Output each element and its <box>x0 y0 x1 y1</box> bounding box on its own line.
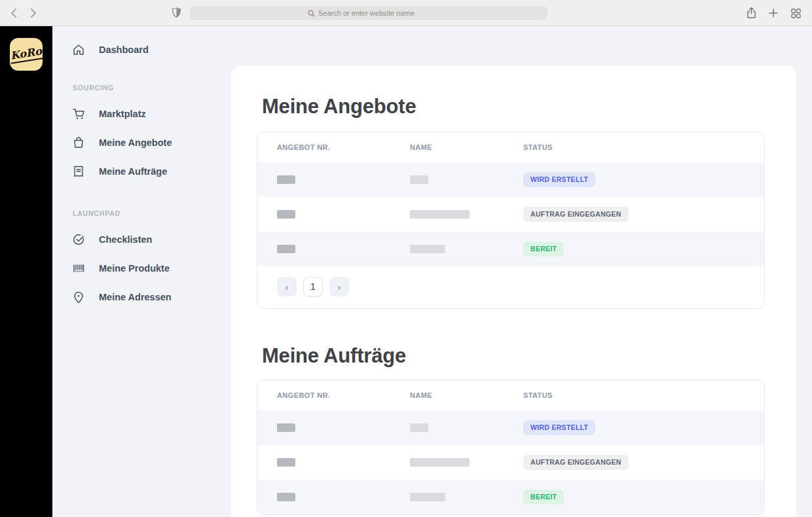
sidebar-section-sourcing: SOURCING <box>73 84 231 92</box>
placeholder-bar <box>410 245 445 253</box>
section-title-meine-auftraege: Meine Aufträge <box>262 344 765 368</box>
column-header-status: STATUS <box>523 143 764 151</box>
plus-icon <box>769 9 778 18</box>
new-tab-button[interactable] <box>767 7 779 19</box>
placeholder-bar <box>410 493 445 501</box>
chevron-right-icon: › <box>338 281 341 293</box>
chevron-left-icon: ‹ <box>286 281 289 293</box>
cart-icon <box>72 108 85 120</box>
share-icon <box>747 7 756 19</box>
section-title-meine-angebote: Meine Angebote <box>262 94 765 119</box>
browser-toolbar <box>0 0 812 26</box>
pagination: ‹ 1 › <box>257 266 764 308</box>
status-badge: WIRD ERSTELLT <box>523 172 595 187</box>
table-row[interactable]: BEREIT <box>257 480 764 514</box>
share-button[interactable] <box>745 7 757 19</box>
sidebar-item-label: Meine Produkte <box>99 263 170 274</box>
browser-window: KoRo Dashboard SOURCING Marktplatz Meine… <box>0 0 812 517</box>
column-header-name: NAME <box>410 391 523 399</box>
check-circle-icon <box>72 234 85 245</box>
privacy-shield-icon[interactable] <box>172 7 181 18</box>
status-badge: AUFTRAG EINGEGANGEN <box>523 455 629 470</box>
map-pin-icon <box>72 291 85 304</box>
placeholder-bar <box>277 245 295 253</box>
home-icon <box>72 44 85 56</box>
placeholder-bar <box>410 175 428 184</box>
sidebar-item-dashboard[interactable]: Dashboard <box>52 35 231 64</box>
table-row[interactable]: WIRD ERSTELLT <box>257 162 764 197</box>
sidebar-item-label: Meine Angebote <box>99 137 172 148</box>
angebote-table: ANGEBOT NR. NAME STATUS WIRD ERSTELLT AU… <box>257 132 765 309</box>
tab-overview-button[interactable] <box>790 7 802 19</box>
table-row[interactable]: AUFTRAG EINGEGANGEN <box>257 197 764 232</box>
sidebar-item-marktplatz[interactable]: Marktplatz <box>52 99 231 128</box>
forward-button[interactable] <box>28 7 39 19</box>
table-header-row: ANGEBOT NR. NAME STATUS <box>257 132 764 162</box>
sidebar: Dashboard SOURCING Marktplatz Meine Ange… <box>52 26 231 517</box>
sidebar-item-label: Meine Aufträge <box>99 166 167 177</box>
placeholder-bar <box>277 423 295 432</box>
placeholder-bar <box>277 493 295 501</box>
status-badge: WIRD ERSTELLT <box>523 420 595 435</box>
sidebar-item-label: Meine Adressen <box>99 292 172 302</box>
search-input[interactable] <box>318 9 430 17</box>
sidebar-item-label: Marktplatz <box>99 109 146 119</box>
column-header-angebot-nr: ANGEBOT NR. <box>257 143 410 151</box>
placeholder-bar <box>277 210 295 219</box>
content-card: Meine Angebote ANGEBOT NR. NAME STATUS W… <box>231 65 796 517</box>
koro-logo[interactable]: KoRo <box>10 38 43 71</box>
pagination-next-button[interactable]: › <box>329 277 349 296</box>
column-header-status: STATUS <box>523 391 764 399</box>
search-icon <box>308 10 315 17</box>
tabs-grid-icon <box>791 9 801 18</box>
sidebar-section-launchpad: LAUNCHPAD <box>73 209 231 217</box>
table-row[interactable]: WIRD ERSTELLT <box>257 410 764 445</box>
placeholder-bar <box>410 423 428 432</box>
sidebar-item-checklisten[interactable]: Checklisten <box>52 225 231 254</box>
sidebar-item-label: Dashboard <box>99 45 149 55</box>
brand-rail: KoRo <box>0 26 52 517</box>
back-button[interactable] <box>8 7 20 19</box>
placeholder-bar <box>410 458 470 467</box>
koro-logo-text: KoRo <box>9 45 44 63</box>
auftraege-table: ANGEBOT NR. NAME STATUS WIRD ERSTELLT AU… <box>257 380 765 515</box>
clipboard-icon <box>72 166 85 177</box>
sidebar-item-meine-auftraege[interactable]: Meine Aufträge <box>52 157 231 186</box>
column-header-angebot-nr: ANGEBOT NR. <box>257 391 410 399</box>
sidebar-item-meine-adressen[interactable]: Meine Adressen <box>52 283 231 312</box>
main-content: Meine Angebote ANGEBOT NR. NAME STATUS W… <box>231 26 812 517</box>
sidebar-item-label: Checklisten <box>99 234 152 245</box>
bag-icon <box>72 137 85 149</box>
status-badge: AUFTRAG EINGEGANGEN <box>523 207 629 222</box>
barcode-icon <box>72 263 85 274</box>
placeholder-bar <box>410 210 470 219</box>
table-header-row: ANGEBOT NR. NAME STATUS <box>257 380 764 410</box>
placeholder-bar <box>277 458 295 467</box>
table-row[interactable]: AUFTRAG EINGEGANGEN <box>257 445 764 480</box>
pagination-page-1-button[interactable]: 1 <box>303 277 323 296</box>
chevron-right-icon <box>30 9 37 18</box>
status-badge: BEREIT <box>523 490 564 505</box>
chevron-left-icon <box>10 9 17 18</box>
pagination-prev-button[interactable]: ‹ <box>277 277 297 296</box>
status-badge: BEREIT <box>523 241 564 257</box>
column-header-name: NAME <box>410 143 523 151</box>
table-row[interactable]: BEREIT <box>257 232 764 266</box>
placeholder-bar <box>277 175 295 184</box>
sidebar-item-meine-angebote[interactable]: Meine Angebote <box>52 128 231 157</box>
sidebar-item-meine-produkte[interactable]: Meine Produkte <box>52 254 231 283</box>
address-bar[interactable] <box>190 6 547 20</box>
